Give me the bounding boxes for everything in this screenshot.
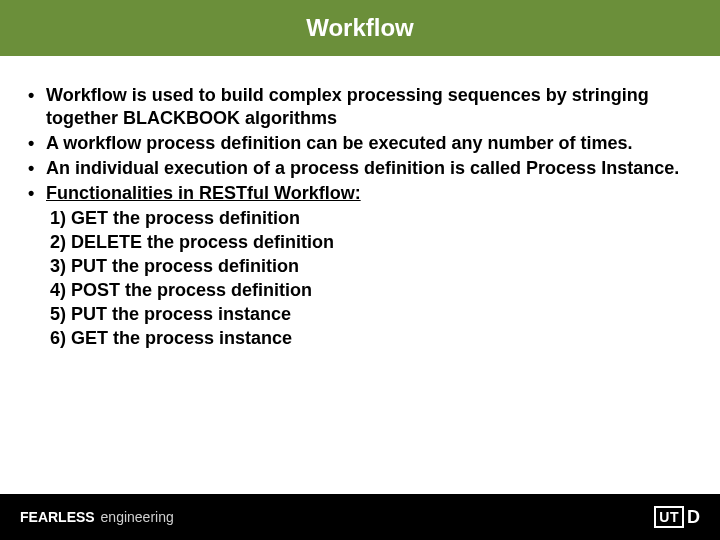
sub-item: 5) PUT the process instance bbox=[50, 303, 692, 326]
slide: Workflow • Workflow is used to build com… bbox=[0, 0, 720, 540]
bullet-item: • An individual execution of a process d… bbox=[28, 157, 692, 180]
footer-brand-light: engineering bbox=[101, 509, 174, 525]
bullet-item: • A workflow process definition can be e… bbox=[28, 132, 692, 155]
footer-bar: FEARLESS engineering UT D bbox=[0, 494, 720, 540]
sub-item: 1) GET the process definition bbox=[50, 207, 692, 230]
title-bar: Workflow bbox=[0, 0, 720, 56]
bullet-dot-icon: • bbox=[28, 132, 46, 155]
footer-brand-bold: FEARLESS bbox=[20, 509, 95, 525]
sub-list: 1) GET the process definition 2) DELETE … bbox=[28, 207, 692, 350]
sub-item: 2) DELETE the process definition bbox=[50, 231, 692, 254]
bullet-text: An individual execution of a process def… bbox=[46, 157, 692, 180]
bullet-dot-icon: • bbox=[28, 157, 46, 180]
sub-item: 4) POST the process definition bbox=[50, 279, 692, 302]
bullet-item: • Workflow is used to build complex proc… bbox=[28, 84, 692, 130]
bullet-item: • Functionalities in RESTful Workflow: bbox=[28, 182, 692, 205]
utd-logo-d: D bbox=[687, 507, 700, 528]
content-area: • Workflow is used to build complex proc… bbox=[0, 56, 720, 350]
slide-title: Workflow bbox=[0, 0, 720, 56]
bullet-text: Workflow is used to build complex proces… bbox=[46, 84, 692, 130]
utd-logo-box: UT bbox=[654, 506, 684, 528]
bullet-dot-icon: • bbox=[28, 84, 46, 107]
bullet-text: Functionalities in RESTful Workflow: bbox=[46, 182, 692, 205]
sub-item: 6) GET the process instance bbox=[50, 327, 692, 350]
bullet-dot-icon: • bbox=[28, 182, 46, 205]
bullet-text: A workflow process definition can be exe… bbox=[46, 132, 692, 155]
utd-logo: UT D bbox=[654, 506, 700, 528]
sub-item: 3) PUT the process definition bbox=[50, 255, 692, 278]
footer-brand: FEARLESS engineering bbox=[20, 509, 174, 525]
